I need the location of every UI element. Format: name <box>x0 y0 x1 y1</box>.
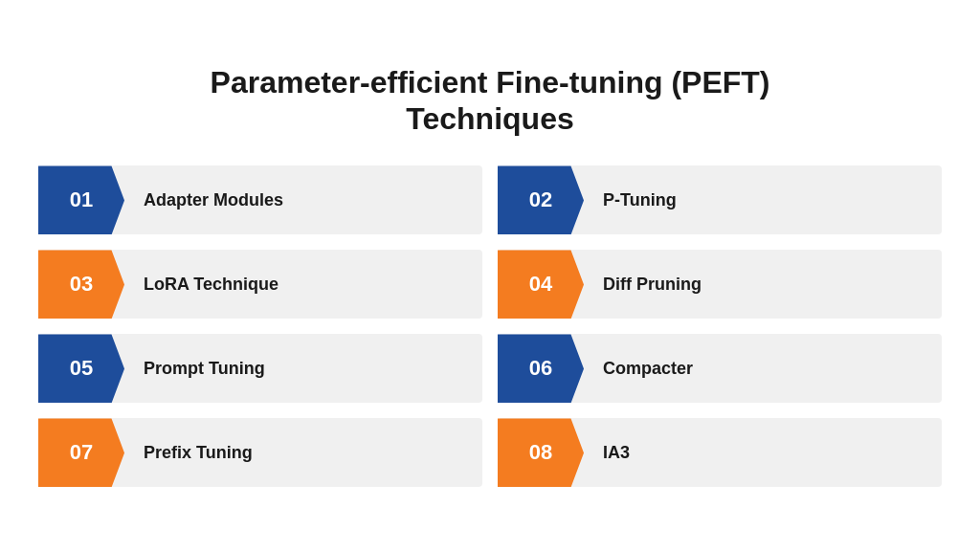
techniques-grid: 01Adapter Modules02P-Tuning03LoRA Techni… <box>38 165 942 487</box>
page-title: Parameter-efficient Fine-tuning (PEFT) T… <box>211 64 770 138</box>
badge-02: 02 <box>498 165 584 234</box>
badge-03: 03 <box>38 250 124 319</box>
label-04: Diff Pruning <box>584 275 702 295</box>
card-02: 02P-Tuning <box>498 165 942 234</box>
label-03: LoRA Technique <box>124 275 278 295</box>
card-01: 01Adapter Modules <box>38 165 482 234</box>
card-06: 06Compacter <box>498 334 942 403</box>
label-05: Prompt Tuning <box>124 359 265 379</box>
badge-04: 04 <box>498 250 584 319</box>
title-line2: Techniques <box>406 101 573 136</box>
badge-07: 07 <box>38 418 124 487</box>
title-line1: Parameter-efficient Fine-tuning (PEFT) <box>211 65 770 99</box>
label-02: P-Tuning <box>584 190 677 210</box>
label-08: IA3 <box>584 443 630 463</box>
badge-01: 01 <box>38 165 124 234</box>
card-04: 04Diff Pruning <box>498 250 942 319</box>
badge-06: 06 <box>498 334 584 403</box>
label-01: Adapter Modules <box>124 190 283 210</box>
label-07: Prefix Tuning <box>124 443 253 463</box>
card-07: 07Prefix Tuning <box>38 418 482 487</box>
card-03: 03LoRA Technique <box>38 250 482 319</box>
card-08: 08IA3 <box>498 418 942 487</box>
card-05: 05Prompt Tuning <box>38 334 482 403</box>
title-section: Parameter-efficient Fine-tuning (PEFT) T… <box>211 64 770 138</box>
label-06: Compacter <box>584 359 693 379</box>
badge-08: 08 <box>498 418 584 487</box>
badge-05: 05 <box>38 334 124 403</box>
